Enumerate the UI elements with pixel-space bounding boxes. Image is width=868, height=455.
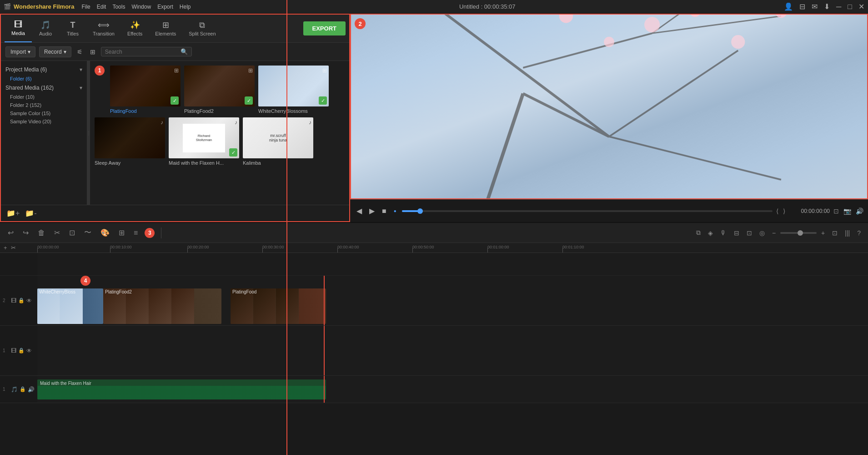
- share-icon[interactable]: ⊟: [799, 2, 805, 11]
- media-item-platingfood2[interactable]: ⊞ ✓ PlatingFood2: [184, 66, 255, 114]
- sidebar-folder-10[interactable]: Folder (10): [1, 93, 87, 101]
- step-badge-1: 1: [95, 66, 105, 76]
- tab-effects[interactable]: ✨ Effects: [121, 15, 149, 42]
- zoom-in-icon[interactable]: +: [819, 228, 827, 238]
- audio-button[interactable]: 〜: [82, 227, 94, 239]
- play-button[interactable]: ▶: [367, 205, 376, 217]
- color-button[interactable]: 🎨: [98, 227, 112, 238]
- user-icon[interactable]: 👤: [784, 2, 793, 11]
- search-box: 🔍: [101, 47, 192, 56]
- delete-button[interactable]: 🗑: [35, 228, 47, 238]
- progress-bar[interactable]: [402, 210, 773, 212]
- media-item-kalimba[interactable]: ♪ mr.scruffninja tuna Kalimba: [243, 117, 313, 166]
- out-point-icon[interactable]: ⟩: [783, 207, 785, 215]
- split-screen-tab-label: Split Screen: [189, 31, 216, 36]
- menu-tools[interactable]: Tools: [112, 4, 125, 10]
- sidebar-folder-6[interactable]: Folder (6): [1, 75, 87, 83]
- minimize-icon[interactable]: ─: [836, 3, 841, 11]
- record-dropdown[interactable]: Record ▾: [39, 46, 71, 57]
- app-logo-icon: 🎬: [4, 3, 11, 10]
- menu-edit[interactable]: Edit: [97, 4, 106, 10]
- mail-icon[interactable]: ✉: [812, 2, 818, 11]
- svg-point-14: [731, 35, 745, 49]
- in-point-icon[interactable]: ⟨: [776, 207, 778, 215]
- mask-icon[interactable]: ◈: [706, 228, 715, 238]
- clip-cherry-blossoms[interactable]: WhiteCherryBloss: [37, 288, 103, 324]
- search-input[interactable]: [105, 49, 181, 55]
- track-labels: + ✂ 2 🎞 🔒 👁 1 🎞 🔒 👁: [0, 243, 37, 455]
- media-item-maid[interactable]: ♪ ✓ RichardStoltzman Maid with the Flaxe…: [169, 117, 239, 166]
- tab-media[interactable]: 🎞 Media: [5, 15, 32, 42]
- crop-button[interactable]: ⊡: [67, 227, 77, 238]
- media-item-sleepaway[interactable]: ♪ Sleep Away: [95, 117, 165, 166]
- stop-button[interactable]: ■: [380, 205, 388, 217]
- lock-icon-v1[interactable]: 🔒: [18, 348, 25, 354]
- voice-icon[interactable]: 🎙: [718, 228, 728, 238]
- fit-icon[interactable]: ⊡: [830, 228, 839, 238]
- filter-icon[interactable]: ⚟: [75, 47, 85, 56]
- eye-icon-a1[interactable]: 🔊: [28, 386, 35, 393]
- pip-icon[interactable]: ⊡: [745, 228, 754, 238]
- scene-detect-icon[interactable]: ⧉: [694, 228, 702, 238]
- preview-right-controls: ⟨ ⟩: [776, 207, 785, 215]
- sidebar-project-media[interactable]: Project Media (6) ▾: [1, 65, 87, 75]
- speed-button[interactable]: ≡: [131, 228, 140, 238]
- volume-icon[interactable]: 🔊: [856, 207, 863, 215]
- prev-frame-button[interactable]: ◀: [355, 205, 364, 217]
- redo-button[interactable]: ↪: [20, 227, 31, 238]
- sidebar-sample-video[interactable]: Sample Video (20): [1, 117, 87, 126]
- next-frame-button[interactable]: ●: [392, 207, 398, 215]
- tab-audio[interactable]: 🎵 Audio: [32, 15, 59, 42]
- sidebar-sample-color[interactable]: Sample Color (15): [1, 109, 87, 117]
- menu-window[interactable]: Window: [131, 4, 151, 10]
- cut-button[interactable]: ✂: [52, 227, 62, 238]
- fullscreen-icon[interactable]: ⊡: [833, 207, 839, 215]
- video-track-2: 4 WhiteCherryBloss PlatingFood2: [37, 276, 868, 326]
- step-badge-3: 3: [145, 228, 155, 238]
- menu-help[interactable]: Help: [180, 4, 191, 10]
- lock-icon-v2[interactable]: 🔒: [18, 298, 25, 303]
- menu-export[interactable]: Export: [157, 4, 173, 10]
- search-icon: 🔍: [181, 48, 188, 55]
- media-toolbar: Import ▾ Record ▾ ⚟ ⊞ 🔍: [1, 43, 349, 61]
- download-icon[interactable]: ⬇: [824, 2, 830, 11]
- maximize-icon[interactable]: □: [848, 3, 852, 11]
- close-icon[interactable]: ✕: [858, 2, 864, 11]
- audio-clip-maid[interactable]: Maid with the Flaxen Hair: [37, 379, 326, 399]
- export-button[interactable]: EXPORT: [303, 21, 346, 35]
- remove-folder-icon[interactable]: 📁-: [25, 209, 36, 217]
- zoom-thumb: [798, 230, 803, 236]
- sidebar-shared-media[interactable]: Shared Media (162) ▾: [1, 83, 87, 93]
- import-dropdown[interactable]: Import ▾: [5, 46, 35, 57]
- help-icon[interactable]: ?: [855, 228, 863, 238]
- sleepaway-thumb: ♪: [95, 117, 165, 158]
- clip-plating2[interactable]: PlatingFood2: [103, 288, 221, 324]
- transform-button[interactable]: ⊞: [116, 227, 127, 238]
- screenshot-icon[interactable]: 📷: [843, 207, 851, 215]
- tab-titles[interactable]: T Titles: [59, 15, 86, 42]
- media-grid: 1 ⊞ ✓ PlatingFood ⊞: [90, 61, 349, 205]
- playhead-a1: [324, 376, 325, 403]
- lock-icon-a1[interactable]: 🔒: [20, 386, 26, 392]
- add-track-icon[interactable]: +: [4, 244, 7, 251]
- tab-elements[interactable]: ⊞ Elements: [149, 15, 182, 42]
- tab-transition[interactable]: ⟺ Transition: [86, 15, 121, 42]
- undo-button[interactable]: ↩: [5, 227, 16, 238]
- tab-split-screen[interactable]: ⧉ Split Screen: [182, 15, 222, 42]
- menu-file[interactable]: File: [81, 4, 90, 10]
- clip-plating1[interactable]: PlatingFood: [231, 288, 326, 324]
- zoom-out-icon[interactable]: −: [770, 228, 778, 238]
- scissors-icon[interactable]: ✂: [11, 244, 16, 251]
- media-item-cherryblossoms[interactable]: ⊞ ✓ WhiteCherryBlossoms: [258, 66, 329, 114]
- snap-icon[interactable]: |||: [843, 228, 852, 238]
- eye-icon-v2[interactable]: 👁: [26, 298, 32, 304]
- subtitle-icon[interactable]: ⊟: [732, 228, 741, 238]
- stabilize-icon[interactable]: ◎: [758, 228, 767, 238]
- media-item-platingfood[interactable]: ⊞ ✓ PlatingFood: [110, 66, 181, 114]
- zoom-track[interactable]: [780, 232, 817, 234]
- audio-track-icon-1: 🎵: [11, 386, 18, 393]
- grid-view-icon[interactable]: ⊞: [88, 47, 97, 56]
- sidebar-folder2-152[interactable]: Folder 2 (152): [1, 101, 87, 109]
- add-folder-icon[interactable]: 📁+: [6, 209, 20, 217]
- eye-icon-v1[interactable]: 👁: [26, 348, 32, 354]
